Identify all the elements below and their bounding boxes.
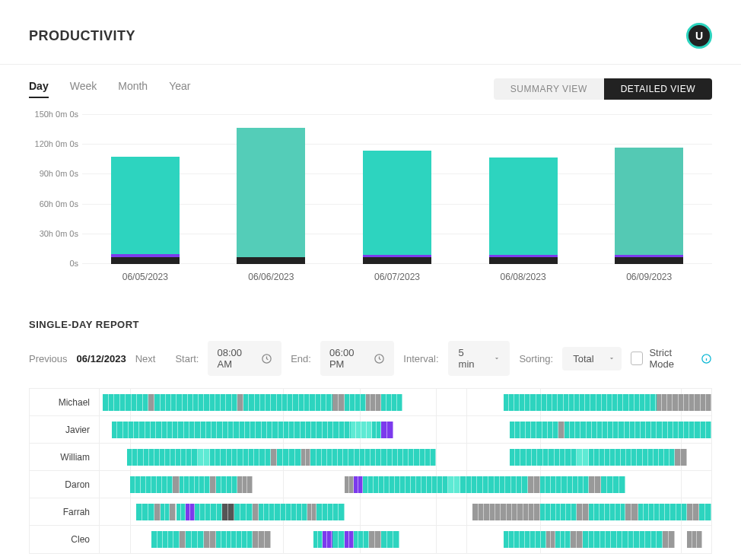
timeline-track[interactable] <box>100 416 711 443</box>
table-row: William <box>30 444 711 471</box>
page-title: PRODUCTIVITY <box>29 28 135 44</box>
clock-icon <box>374 353 385 364</box>
x-axis-label: 06/09/2023 <box>615 272 683 282</box>
start-time-input[interactable]: 08:00 AM <box>208 341 281 376</box>
y-axis-label: 120h 0m 0s <box>25 139 78 148</box>
timeline-track[interactable] <box>100 498 711 525</box>
person-name: Farrah <box>30 498 100 525</box>
table-row: Daron <box>30 471 711 498</box>
timeline-table: MichaelJavierWilliamDaronFarrahCleo <box>29 388 712 554</box>
y-axis-label: 0s <box>25 259 78 268</box>
x-axis-label: 06/08/2023 <box>489 272 558 282</box>
clock-icon <box>261 353 272 364</box>
sorting-label: Sorting: <box>519 353 553 364</box>
y-axis-label: 150h 0m 0s <box>25 110 78 119</box>
table-row: Cleo <box>30 526 711 553</box>
detailed-view-button[interactable]: DETAILED VIEW <box>604 78 712 100</box>
chevron-down-icon <box>493 355 501 362</box>
chevron-down-icon <box>608 355 615 362</box>
person-name: Javier <box>30 416 100 443</box>
bar-06/08/2023[interactable] <box>489 115 558 264</box>
start-time-value: 08:00 AM <box>217 347 255 370</box>
end-label: End: <box>291 353 311 364</box>
bar-06/05/2023[interactable] <box>111 115 180 264</box>
start-label: Start: <box>175 353 199 364</box>
person-name: Cleo <box>30 526 100 553</box>
bar-06/09/2023[interactable] <box>615 115 683 264</box>
x-axis-label: 06/05/2023 <box>111 272 180 282</box>
table-row: Michael <box>30 389 711 416</box>
previous-link[interactable]: Previous <box>29 353 68 364</box>
interval-value: 5 min <box>459 347 480 370</box>
end-time-input[interactable]: 06:00 PM <box>320 341 394 376</box>
date-value[interactable]: 06/12/2023 <box>77 353 126 364</box>
tab-month[interactable]: Month <box>118 80 148 98</box>
productivity-bar-chart: 0s30h 0m 0s60h 0m 0s90h 0m 0s120h 0m 0s1… <box>82 115 712 290</box>
table-row: Farrah <box>30 498 711 526</box>
person-name: Daron <box>30 471 100 498</box>
y-axis-label: 60h 0m 0s <box>25 199 78 208</box>
bar-06/07/2023[interactable] <box>363 115 431 264</box>
next-link[interactable]: Next <box>135 353 156 364</box>
tab-week[interactable]: Week <box>70 80 97 98</box>
interval-select[interactable]: 5 min <box>448 341 510 376</box>
timeline-track[interactable] <box>100 389 711 415</box>
person-name: Michael <box>30 389 100 415</box>
tab-year[interactable]: Year <box>169 80 190 98</box>
timeline-track[interactable] <box>100 526 711 553</box>
interval-label: Interval: <box>403 353 438 364</box>
strict-mode-label: Strict Mode <box>649 347 695 370</box>
end-time-value: 06:00 PM <box>329 347 367 370</box>
avatar[interactable]: U <box>686 23 712 49</box>
timeline-track[interactable] <box>100 444 711 470</box>
info-icon[interactable] <box>701 353 712 364</box>
x-axis-label: 06/06/2023 <box>237 272 305 282</box>
y-axis-label: 30h 0m 0s <box>25 229 78 238</box>
tab-day[interactable]: Day <box>29 80 49 98</box>
single-day-title: SINGLE-DAY REPORT <box>0 290 741 341</box>
sorting-select[interactable]: Total <box>562 347 622 371</box>
sorting-value: Total <box>573 353 593 364</box>
table-row: Javier <box>30 416 711 444</box>
y-axis-label: 90h 0m 0s <box>25 169 78 178</box>
timeline-track[interactable] <box>100 471 711 498</box>
summary-view-button[interactable]: SUMMARY VIEW <box>494 78 604 100</box>
strict-mode-checkbox[interactable] <box>631 352 644 365</box>
bar-06/06/2023[interactable] <box>237 115 305 264</box>
person-name: William <box>30 444 100 470</box>
x-axis-label: 06/07/2023 <box>363 272 431 282</box>
